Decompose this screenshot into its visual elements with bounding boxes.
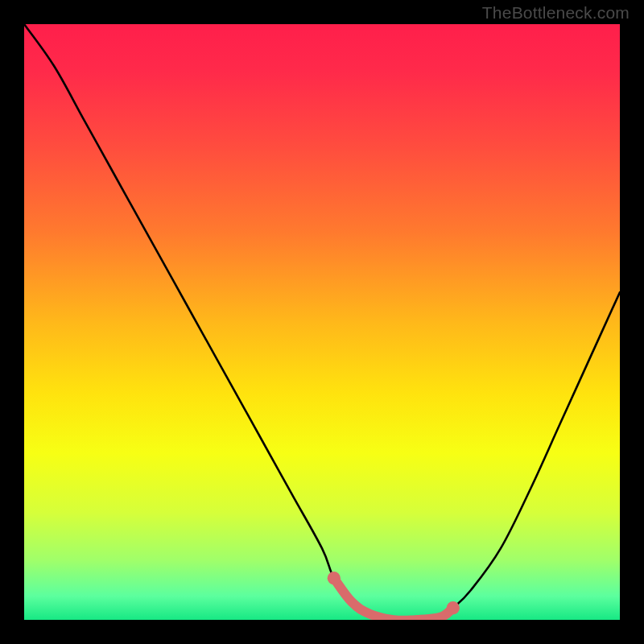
bottleneck-curve xyxy=(24,24,620,620)
plot-area xyxy=(24,24,620,620)
svg-point-1 xyxy=(328,572,341,584)
watermark-text: TheBottleneck.com xyxy=(482,3,630,23)
chart-frame: TheBottleneck.com xyxy=(0,0,644,644)
svg-point-2 xyxy=(447,601,460,614)
